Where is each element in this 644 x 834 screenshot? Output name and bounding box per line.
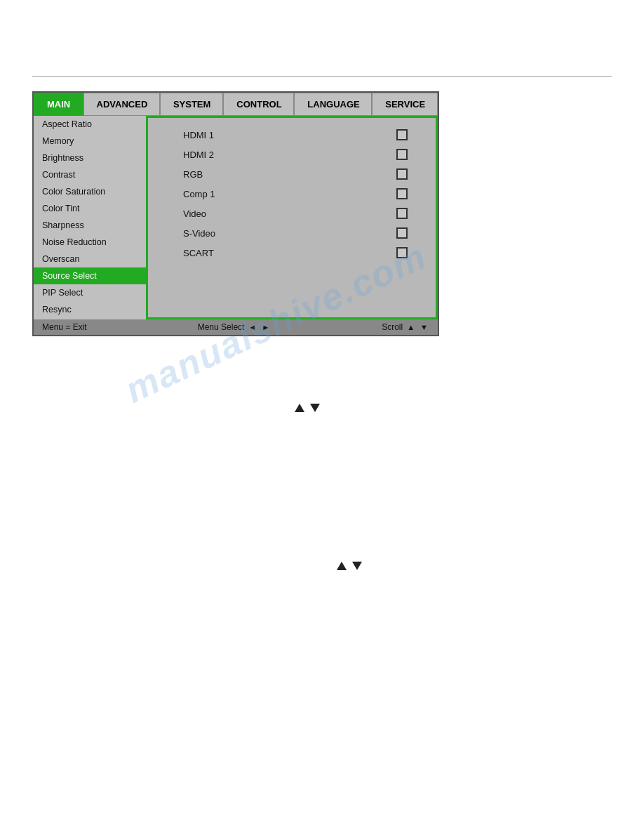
source-label-svideo: S-Video <box>183 228 215 239</box>
tab-main[interactable]: MAIN <box>34 93 83 116</box>
tab-control[interactable]: CONTROL <box>223 93 294 116</box>
source-label-scart: SCART <box>183 248 214 258</box>
sidebar-item-resync[interactable]: Resync <box>34 301 146 318</box>
scroll-label: Scroll <box>382 322 403 332</box>
osd-body: Aspect Ratio Memory Brightness Contrast … <box>34 116 438 319</box>
page-arrow-up-2 <box>337 562 347 570</box>
source-row-hdmi2: HDMI 2 <box>162 145 422 164</box>
sidebar-item-aspect-ratio[interactable]: Aspect Ratio <box>34 116 146 133</box>
source-row-hdmi1: HDMI 1 <box>162 125 422 145</box>
source-checkbox-svideo[interactable] <box>396 227 408 239</box>
page-arrows-1 <box>295 404 320 412</box>
source-row-rgb: RGB <box>162 164 422 184</box>
source-checkbox-video[interactable] <box>396 208 408 219</box>
source-row-comp1: Comp 1 <box>162 184 422 204</box>
source-row-svideo: S-Video <box>162 223 422 243</box>
menu-exit-label: Menu = Exit <box>42 322 87 332</box>
content-area: HDMI 1 HDMI 2 RGB Comp 1 Video S-Video <box>146 116 438 319</box>
menu-select-section: Menu Select ◄ ► <box>198 322 271 332</box>
tab-service[interactable]: SERVICE <box>372 93 438 116</box>
source-label-video: Video <box>183 208 206 219</box>
tab-bar: MAIN ADVANCED SYSTEM CONTROL LANGUAGE SE… <box>34 93 438 116</box>
page-arrow-down-2 <box>352 562 362 570</box>
scroll-up-icon[interactable]: ▲ <box>405 323 416 331</box>
sidebar-item-memory[interactable]: Memory <box>34 133 146 150</box>
source-label-comp1: Comp 1 <box>183 189 215 199</box>
menu-select-label: Menu Select <box>198 322 245 332</box>
sidebar-item-pip-select[interactable]: PIP Select <box>34 284 146 301</box>
source-checkbox-hdmi1[interactable] <box>396 129 408 140</box>
source-checkbox-comp1[interactable] <box>396 188 408 199</box>
source-checkbox-scart[interactable] <box>396 247 408 258</box>
source-label-rgb: RGB <box>183 169 203 180</box>
source-row-video: Video <box>162 204 422 223</box>
sidebar-item-contrast[interactable]: Contrast <box>34 166 146 183</box>
tab-advanced[interactable]: ADVANCED <box>83 93 160 116</box>
tab-language[interactable]: LANGUAGE <box>294 93 372 116</box>
scroll-down-icon[interactable]: ▼ <box>419 323 429 331</box>
page-arrow-up-1 <box>295 404 304 412</box>
sidebar-item-source-select[interactable]: Source Select <box>34 267 146 284</box>
sidebar: Aspect Ratio Memory Brightness Contrast … <box>34 116 146 319</box>
sidebar-item-color-tint[interactable]: Color Tint <box>34 200 146 217</box>
page-arrows-2 <box>337 562 362 570</box>
arrow-left-icon[interactable]: ◄ <box>247 323 257 331</box>
source-row-scart: SCART <box>162 243 422 263</box>
sidebar-item-brightness[interactable]: Brightness <box>34 150 146 166</box>
source-checkbox-hdmi2[interactable] <box>396 149 408 160</box>
source-checkbox-rgb[interactable] <box>396 168 408 180</box>
scroll-section: Scroll ▲ ▼ <box>382 322 429 332</box>
source-label-hdmi1: HDMI 1 <box>183 130 214 140</box>
status-bar: Menu = Exit Menu Select ◄ ► Scroll ▲ ▼ <box>34 319 438 335</box>
arrow-right-icon[interactable]: ► <box>260 323 271 331</box>
tab-system[interactable]: SYSTEM <box>160 93 223 116</box>
page-arrow-down-1 <box>310 404 320 412</box>
sidebar-item-sharpness[interactable]: Sharpness <box>34 217 146 234</box>
top-rule <box>32 76 612 77</box>
sidebar-item-color-saturation[interactable]: Color Saturation <box>34 183 146 200</box>
sidebar-item-noise-reduction[interactable]: Noise Reduction <box>34 234 146 251</box>
osd-container: MAIN ADVANCED SYSTEM CONTROL LANGUAGE SE… <box>32 91 439 336</box>
source-label-hdmi2: HDMI 2 <box>183 150 214 160</box>
sidebar-item-overscan[interactable]: Overscan <box>34 251 146 267</box>
